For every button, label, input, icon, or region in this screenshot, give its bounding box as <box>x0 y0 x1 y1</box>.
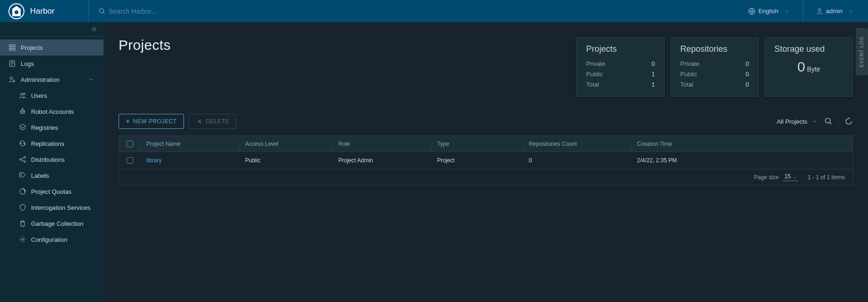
sidebar: Projects Logs Administration <box>0 22 104 302</box>
svg-line-1 <box>103 12 104 14</box>
svg-point-30 <box>20 189 25 194</box>
sidebar-item-configuration[interactable]: Configuration <box>0 231 104 247</box>
table-footer: Page size 15 1 - 1 of 1 items <box>119 169 852 185</box>
storage-value: 0 <box>797 59 805 74</box>
main-content: Projects Projects Private0 Public1 Total… <box>104 22 868 302</box>
new-project-button[interactable]: + New Project <box>119 114 184 129</box>
column-header-ctime[interactable]: Creation Time <box>631 141 852 147</box>
svg-point-14 <box>14 80 15 81</box>
stat-title: Storage used <box>774 44 843 54</box>
filter-search-button[interactable] <box>824 117 833 126</box>
header-divider <box>88 0 89 22</box>
sidebar-item-logs[interactable]: Logs <box>0 56 104 72</box>
chevron-down-icon <box>88 76 95 83</box>
column-header-type[interactable]: Type <box>431 141 523 147</box>
column-header-role[interactable]: Role <box>333 141 431 147</box>
pagination-range: 1 - 1 of 1 items <box>808 174 845 181</box>
admin-icon <box>8 76 16 83</box>
sidebar-item-administration[interactable]: Administration <box>0 72 104 87</box>
column-header-name[interactable]: Project Name <box>141 141 239 147</box>
svg-point-23 <box>22 108 23 109</box>
labels-icon <box>19 172 26 179</box>
header-divider <box>803 0 804 22</box>
chevron-down-icon <box>783 8 791 15</box>
svg-point-34 <box>825 118 830 123</box>
sidebar-item-label: Distributions <box>31 156 65 163</box>
svg-point-26 <box>24 161 25 162</box>
svg-point-0 <box>99 8 104 13</box>
user-menu[interactable]: admin <box>811 8 860 15</box>
cell-project-name[interactable]: library <box>141 157 239 164</box>
stats-cards: Projects Private0 Public1 Total1 Reposit… <box>576 37 853 97</box>
chevron-down-icon <box>791 174 798 182</box>
registries-icon <box>19 124 26 131</box>
logs-icon <box>8 60 16 67</box>
refresh-button[interactable] <box>844 117 853 126</box>
sidebar-item-label: Registries <box>31 124 58 131</box>
svg-point-29 <box>21 175 22 175</box>
svg-point-18 <box>23 93 25 95</box>
delete-button[interactable]: Delete <box>189 114 237 129</box>
sidebar-item-projects[interactable]: Projects <box>0 40 104 56</box>
cell-type: Project <box>431 157 523 164</box>
sidebar-item-label: Robot Accounts <box>31 108 74 115</box>
svg-point-25 <box>24 157 25 158</box>
gear-icon <box>19 236 26 243</box>
stat-title: Repositories <box>680 44 749 54</box>
page-size-select[interactable]: 15 <box>782 173 798 181</box>
sidebar-item-replications[interactable]: Replications <box>0 135 104 151</box>
stat-value: 0 <box>746 79 749 90</box>
sidebar-item-labels[interactable]: Labels <box>0 167 104 183</box>
logo-block[interactable]: Harbor <box>8 3 88 19</box>
global-search[interactable] <box>98 8 743 15</box>
sidebar-item-label: Administration <box>21 76 59 83</box>
storage-unit: Byte <box>807 65 820 73</box>
table-row[interactable]: library Public Project Admin Project 0 2… <box>119 152 852 169</box>
cell-creation-time: 2/4/22, 2:35 PM <box>631 157 852 164</box>
sidebar-item-registries[interactable]: Registries <box>0 119 104 135</box>
page-size-label: Page size <box>754 174 779 181</box>
svg-point-21 <box>23 111 24 112</box>
sidebar-item-label: Logs <box>21 60 34 67</box>
page-title: Projects <box>119 37 171 53</box>
shield-icon <box>19 204 26 211</box>
sidebar-item-distributions[interactable]: Distributions <box>0 151 104 167</box>
sidebar-item-robot-accounts[interactable]: Robot Accounts <box>0 103 104 119</box>
stat-label: Public <box>586 69 603 79</box>
cell-access-level: Public <box>239 157 333 164</box>
filter-label: All Projects <box>777 118 807 125</box>
table-header: Project Name Access Level Role Type Repo… <box>119 136 852 152</box>
column-header-access[interactable]: Access Level <box>239 141 333 147</box>
stat-value: 0 <box>746 69 749 79</box>
stat-card-projects: Projects Private0 Public1 Total1 <box>576 37 665 97</box>
search-input[interactable] <box>109 8 250 15</box>
chevron-down-icon <box>811 118 819 125</box>
svg-rect-7 <box>9 48 12 50</box>
select-all-checkbox[interactable] <box>127 141 133 147</box>
app-name: Harbor <box>30 7 55 16</box>
stat-value: 0 <box>746 59 749 69</box>
storage-value-row: 0Byte <box>774 59 843 75</box>
sidebar-item-label: Replications <box>31 140 64 147</box>
divider <box>838 117 839 126</box>
sidebar-item-users[interactable]: Users <box>0 87 104 103</box>
sidebar-collapse[interactable] <box>0 22 104 36</box>
distributions-icon <box>19 156 26 163</box>
language-switcher[interactable]: English <box>743 8 796 15</box>
sidebar-item-interrogation-services[interactable]: Interrogation Services <box>0 199 104 215</box>
sidebar-item-garbage-collection[interactable]: Garbage Collection <box>0 215 104 231</box>
project-filter-select[interactable]: All Projects <box>777 118 819 125</box>
user-label: admin <box>826 8 843 15</box>
sidebar-item-project-quotas[interactable]: Project Quotas <box>0 183 104 199</box>
projects-icon <box>8 44 16 51</box>
sidebar-item-label: Users <box>31 92 47 99</box>
chevron-down-icon <box>847 8 855 15</box>
stat-value: 1 <box>652 69 655 79</box>
svg-point-17 <box>21 93 23 95</box>
event-log-tab[interactable]: EVENT LOG <box>856 28 868 75</box>
sidebar-item-label: Interrogation Services <box>31 204 90 211</box>
users-icon <box>19 92 26 99</box>
page-size-value: 15 <box>784 173 790 180</box>
column-header-repos[interactable]: Repositories Count <box>523 141 631 147</box>
row-checkbox[interactable] <box>127 157 133 164</box>
